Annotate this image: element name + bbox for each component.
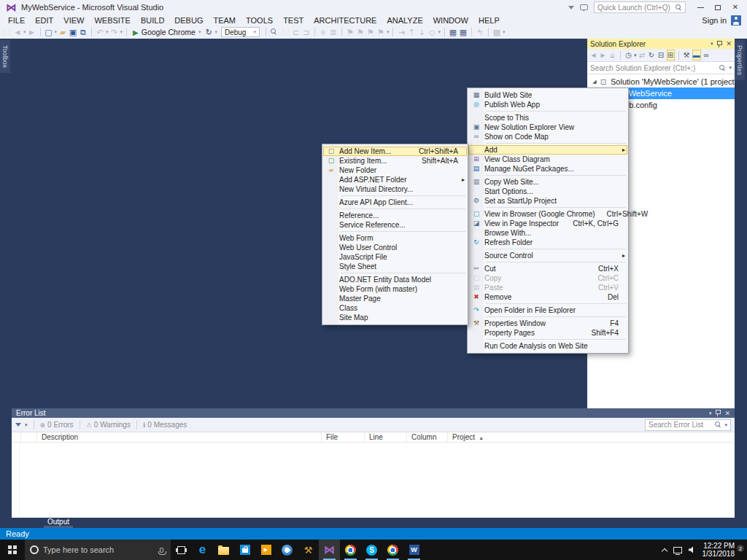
navigate-backward-button[interactable]: ◄ <box>13 27 22 37</box>
errors-filter-button[interactable]: ⊗ 0 Errors <box>40 421 74 429</box>
show-all-files-icon[interactable]: ⊞ <box>667 50 675 61</box>
task-view-button[interactable] <box>171 540 192 560</box>
close-icon[interactable]: ✕ <box>726 40 732 47</box>
menu-architecture[interactable]: ARCHITECTURE <box>309 16 382 25</box>
expander-icon[interactable]: ◢ <box>591 79 598 85</box>
undo-button[interactable]: ↶ <box>96 27 104 37</box>
menu-tools[interactable]: TOOLS <box>241 16 278 25</box>
menu-item-add-asp-net-folder[interactable]: Add ASP.NET Folder▸ <box>323 175 467 184</box>
user-account-icon[interactable] <box>731 15 741 26</box>
restore-button[interactable] <box>709 1 727 14</box>
menu-build[interactable]: BUILD <box>136 16 169 25</box>
error-list-body[interactable] <box>12 443 735 518</box>
menu-item-open-folder-in-file-explorer[interactable]: ↷Open Folder in File Explorer <box>468 306 627 315</box>
menu-help[interactable]: HELP <box>473 16 505 25</box>
find-in-files-button[interactable] <box>270 27 279 37</box>
column-description[interactable]: Description <box>37 432 322 442</box>
code-map-icon[interactable]: ∞ <box>703 50 711 60</box>
menu-item-azure-api-app-client[interactable]: Azure API App Client... <box>323 198 467 207</box>
menu-file[interactable]: FILE <box>3 16 30 25</box>
error-list-search-input[interactable]: Search Error List ▾ <box>645 419 731 431</box>
file-explorer-button[interactable] <box>213 540 234 560</box>
thunderbird-button[interactable] <box>276 540 298 560</box>
menu-item-class[interactable]: Class <box>323 303 467 313</box>
preview-selected-items-icon[interactable]: ▬ <box>692 50 701 61</box>
filter-icon[interactable] <box>15 423 21 427</box>
history-icon[interactable]: ↰ <box>476 27 484 37</box>
menu-website[interactable]: WEBSITE <box>89 16 136 25</box>
column-line[interactable]: Line <box>365 432 407 442</box>
menu-edit[interactable]: EDIT <box>30 16 58 25</box>
menu-item-set-as-startup-project[interactable]: ⚙Set as StartUp Project <box>468 196 627 206</box>
menu-item-web-user-control[interactable]: Web User Control <box>323 243 467 252</box>
indent-icon[interactable]: ⊐ <box>302 27 311 37</box>
clock[interactable]: 12:22 PM 1/31/2018 <box>703 542 735 558</box>
forward-icon[interactable]: ► <box>599 50 607 60</box>
outdent-icon[interactable]: ⊏ <box>292 27 301 37</box>
column-column[interactable]: Column <box>407 432 448 442</box>
tools-button[interactable] <box>298 540 319 560</box>
microphone-icon[interactable] <box>160 548 163 553</box>
chevron-down-icon[interactable]: ▾ <box>214 29 217 35</box>
bookmark-next-icon[interactable]: ⚑ <box>366 27 375 37</box>
chevron-down-icon[interactable]: ▾ <box>25 422 28 428</box>
refresh-icon[interactable]: ↻ <box>648 50 656 60</box>
bookmark-toggle-icon[interactable]: ⚑ <box>346 27 355 37</box>
properties-tab[interactable]: Properties <box>735 40 745 80</box>
show-hidden-icons-icon[interactable] <box>661 548 667 553</box>
warnings-filter-button[interactable]: ⚠ 0 Warnings <box>86 421 131 429</box>
chrome-button[interactable] <box>340 540 361 560</box>
toolbox-tab[interactable]: Toolbox <box>0 40 10 73</box>
collapse-all-icon[interactable]: ⊟ <box>657 50 665 60</box>
pending-changes-filter-icon[interactable]: ◷ <box>624 50 632 60</box>
menu-item-properties-window[interactable]: ⚒Properties WindowF4 <box>468 319 627 328</box>
chevron-down-icon[interactable]: ▾ <box>438 29 441 35</box>
menu-team[interactable]: TEAM <box>208 16 241 25</box>
nav-diamond-icon[interactable]: ◇ <box>427 27 436 37</box>
toolbar-grip[interactable]: ⋮⋮ <box>1 27 12 37</box>
menu-item-style-sheet[interactable]: Style Sheet <box>323 262 467 271</box>
toolbar-grip[interactable]: ⋮⋮ <box>280 27 290 37</box>
menu-item-service-reference[interactable]: Service Reference... <box>323 220 467 230</box>
speaker-icon[interactable] <box>689 546 696 553</box>
save-button[interactable]: ▣ <box>69 27 77 37</box>
menu-item-view-in-browser-google-chrome[interactable]: ▢View in Browser (Google Chrome)Ctrl+Shi… <box>468 209 627 219</box>
menu-item-new-virtual-directory[interactable]: New Virtual Directory... <box>323 184 467 194</box>
chevron-down-icon[interactable]: ▾ <box>55 29 58 35</box>
network-icon[interactable] <box>673 547 682 553</box>
menu-item-existing-item[interactable]: ▢Existing Item...Shift+Alt+A <box>323 156 467 166</box>
grid-icon[interactable]: ▩ <box>492 27 501 37</box>
close-button[interactable]: ✕ <box>727 1 744 14</box>
menu-analyze[interactable]: ANALYZE <box>382 16 427 25</box>
column-file[interactable]: File <box>322 432 365 442</box>
chrome-2-button[interactable] <box>382 540 403 560</box>
back-icon[interactable]: ◄ <box>589 50 597 60</box>
redo-button[interactable]: ↷ <box>110 27 119 37</box>
menu-item-master-page[interactable]: Master Page <box>323 294 467 303</box>
close-icon[interactable]: ✕ <box>724 410 730 417</box>
menu-item-add-new-item[interactable]: ▢Add New Item...Ctrl+Shift+A <box>323 147 467 156</box>
pin-icon[interactable] <box>715 410 721 416</box>
menu-item-refresh-folder[interactable]: ↻Refresh Folder <box>468 238 627 247</box>
menu-item-property-pages[interactable]: Property PagesShift+F4 <box>468 328 627 338</box>
bookmark-clear-icon[interactable]: ⚑ <box>376 27 385 37</box>
menu-item-browse-with[interactable]: Browse With... <box>468 228 627 238</box>
open-file-button[interactable]: ▰ <box>58 27 67 37</box>
store-button[interactable] <box>234 540 255 560</box>
home-icon[interactable]: ⌂ <box>608 50 616 60</box>
menu-item-copy-web-site[interactable]: ▥Copy Web Site... <box>468 177 627 187</box>
sign-in-link[interactable]: Sign in <box>702 16 727 25</box>
menu-item-manage-nuget-packages[interactable]: ▤Manage NuGet Packages... <box>468 164 627 174</box>
movies-tv-button[interactable] <box>255 540 276 560</box>
add-item-icon[interactable]: ▦ <box>449 27 457 37</box>
menu-item-publish-web-app[interactable]: ◎Publish Web App <box>468 100 627 109</box>
visual-studio-taskbar-button[interactable] <box>319 540 340 560</box>
menu-test[interactable]: TEST <box>278 16 309 25</box>
chevron-down-icon[interactable]: ▾ <box>106 29 109 35</box>
minimize-button[interactable] <box>692 1 709 14</box>
chevron-down-icon[interactable]: ▾ <box>634 52 637 58</box>
bookmark-prev-icon[interactable]: ⚑ <box>356 27 365 37</box>
menu-item-reference[interactable]: Reference... <box>323 211 467 220</box>
solution-explorer-search-input[interactable]: Search Solution Explorer (Ctrl+;) ▾ <box>587 62 735 74</box>
output-tab[interactable]: Output <box>44 518 73 528</box>
